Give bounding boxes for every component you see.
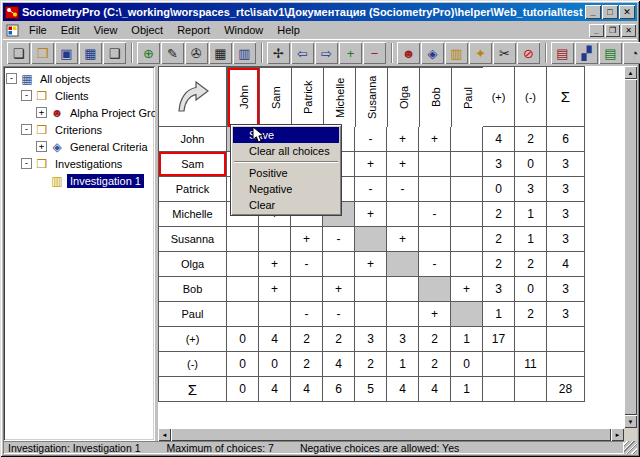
cell-minus-bob[interactable]: 2 bbox=[419, 352, 451, 377]
cell-john-bob[interactable]: + bbox=[419, 127, 451, 152]
horizontal-scrollbar[interactable]: ◄ ► bbox=[158, 428, 624, 441]
toolbar-print-button[interactable]: ❑ bbox=[103, 42, 126, 64]
cell-minus-patrick[interactable]: 2 bbox=[291, 352, 323, 377]
toolbar-cut-button[interactable]: ✂ bbox=[493, 42, 516, 64]
cell-plus-patrick[interactable]: 2 bbox=[291, 327, 323, 352]
cell-michelle-plus[interactable]: 2 bbox=[483, 202, 515, 227]
maximize-button[interactable]: □ bbox=[602, 5, 618, 19]
cell-plus-bob[interactable]: 2 bbox=[419, 327, 451, 352]
cell-sum-susanna[interactable]: 5 bbox=[355, 377, 387, 402]
cell-plus-sum[interactable] bbox=[547, 327, 585, 352]
cell-patrick-paul[interactable] bbox=[451, 177, 483, 202]
context-menu-item-clear[interactable]: Clear bbox=[233, 197, 339, 213]
menubar-item-window[interactable]: Window bbox=[217, 22, 270, 38]
toolbar-edit-object-button[interactable]: ✎ bbox=[161, 42, 184, 64]
context-menu-item-negative[interactable]: Negative bbox=[233, 181, 339, 197]
cell-sum-paul[interactable]: 1 bbox=[451, 377, 483, 402]
cell-paul-sum[interactable]: 3 bbox=[547, 302, 585, 327]
cell-sam-sum[interactable]: 3 bbox=[547, 152, 585, 177]
cell-susanna-minus[interactable]: 1 bbox=[515, 227, 547, 252]
cell-sam-plus[interactable]: 3 bbox=[483, 152, 515, 177]
cell-paul-olga[interactable] bbox=[387, 302, 419, 327]
menubar-item-view[interactable]: View bbox=[87, 22, 125, 38]
tree-item-investigations[interactable]: -❒Investigations bbox=[4, 155, 154, 172]
cell-sam-susanna[interactable]: + bbox=[355, 152, 387, 177]
cell-plus-olga[interactable]: 3 bbox=[387, 327, 419, 352]
collapse-icon[interactable]: - bbox=[21, 124, 32, 135]
cell-paul-bob[interactable]: + bbox=[419, 302, 451, 327]
cell-susanna-olga[interactable]: + bbox=[387, 227, 419, 252]
cell-sam-bob[interactable] bbox=[419, 152, 451, 177]
cell-michelle-olga[interactable] bbox=[387, 202, 419, 227]
cell-susanna-plus[interactable]: 2 bbox=[483, 227, 515, 252]
cell-john-paul[interactable] bbox=[451, 127, 483, 152]
tree-item-clients[interactable]: -❒Clients bbox=[4, 87, 154, 104]
toolbar-back-button[interactable]: ⇦ bbox=[291, 42, 314, 64]
cell-sum-john[interactable]: 0 bbox=[227, 377, 259, 402]
cell-sum-sum[interactable]: 28 bbox=[547, 377, 585, 402]
cell-susanna-paul[interactable] bbox=[451, 227, 483, 252]
cell-patrick-minus[interactable]: 3 bbox=[515, 177, 547, 202]
tree-item-alpha-project-group[interactable]: +☻Alpha Project Group bbox=[4, 104, 154, 121]
toolbar-key-button[interactable]: ✦ bbox=[469, 42, 492, 64]
cell-patrick-susanna[interactable]: - bbox=[355, 177, 387, 202]
toolbar-add-object-button[interactable]: ⊕ bbox=[137, 42, 160, 64]
cell-olga-plus[interactable]: 2 bbox=[483, 252, 515, 277]
scroll-right-button[interactable]: ► bbox=[611, 428, 624, 441]
cell-john-sum[interactable]: 6 bbox=[547, 127, 585, 152]
cell-patrick-olga[interactable]: - bbox=[387, 177, 419, 202]
tree-item-criterions[interactable]: -❒Criterions bbox=[4, 121, 154, 138]
toolbar-open-button[interactable]: ❒ bbox=[31, 42, 54, 64]
toolbar-criteria-view-button[interactable]: ◈ bbox=[421, 42, 444, 64]
cell-minus-john[interactable]: 0 bbox=[227, 352, 259, 377]
cell-sum-michelle[interactable]: 6 bbox=[323, 377, 355, 402]
cell-paul-patrick[interactable]: - bbox=[291, 302, 323, 327]
cell-sam-minus[interactable]: 0 bbox=[515, 152, 547, 177]
scroll-down-button[interactable]: ▼ bbox=[624, 415, 637, 428]
cell-michelle-paul[interactable] bbox=[451, 202, 483, 227]
scroll-up-button[interactable]: ▲ bbox=[624, 66, 637, 79]
cell-minus-paul[interactable]: 0 bbox=[451, 352, 483, 377]
toolbar-save-button[interactable]: ▣ bbox=[55, 42, 78, 64]
context-menu-item-clear-all-choices[interactable]: Clear all choices bbox=[233, 143, 339, 159]
cell-paul-paul[interactable] bbox=[451, 302, 483, 327]
collapse-icon[interactable]: - bbox=[21, 158, 32, 169]
cell-john-plus[interactable]: 4 bbox=[483, 127, 515, 152]
cell-bob-minus[interactable]: 0 bbox=[515, 277, 547, 302]
toolbar-investigations-view-button[interactable]: ▥ bbox=[445, 42, 468, 64]
toolbar-clients-view-button[interactable]: ☻ bbox=[397, 42, 420, 64]
cell-patrick-bob[interactable] bbox=[419, 177, 451, 202]
cell-susanna-sam[interactable] bbox=[259, 227, 291, 252]
cell-susanna-john[interactable] bbox=[227, 227, 259, 252]
cell-susanna-bob[interactable] bbox=[419, 227, 451, 252]
cell-olga-minus[interactable]: 2 bbox=[515, 252, 547, 277]
vertical-scrollbar[interactable]: ▲ ▼ bbox=[624, 66, 637, 428]
cell-paul-minus[interactable]: 2 bbox=[515, 302, 547, 327]
cell-minus-susanna[interactable]: 2 bbox=[355, 352, 387, 377]
cell-sum-bob[interactable]: 4 bbox=[419, 377, 451, 402]
toolbar-forward-button[interactable]: ⇨ bbox=[315, 42, 338, 64]
toolbar-save-all-button[interactable]: ▦ bbox=[79, 42, 102, 64]
scroll-left-button[interactable]: ◄ bbox=[158, 428, 171, 441]
cell-john-minus[interactable]: 2 bbox=[515, 127, 547, 152]
cell-paul-sam[interactable] bbox=[259, 302, 291, 327]
cell-olga-bob[interactable]: - bbox=[419, 252, 451, 277]
toolbar-view-table-button[interactable]: ▦ bbox=[209, 42, 232, 64]
cell-sam-paul[interactable] bbox=[451, 152, 483, 177]
cell-olga-michelle[interactable] bbox=[323, 252, 355, 277]
cell-sum-olga[interactable]: 4 bbox=[387, 377, 419, 402]
expand-icon[interactable]: + bbox=[36, 141, 47, 152]
toolbar-report-doc-button[interactable]: ▤ bbox=[599, 42, 622, 64]
mdi-close-button[interactable]: ✕ bbox=[621, 24, 636, 37]
cell-susanna-susanna[interactable] bbox=[355, 227, 387, 252]
cell-olga-sam[interactable]: + bbox=[259, 252, 291, 277]
cell-olga-sum[interactable]: 4 bbox=[547, 252, 585, 277]
menubar-item-edit[interactable]: Edit bbox=[54, 22, 87, 38]
toolbar-tools-button[interactable]: ✢ bbox=[267, 42, 290, 64]
cell-sum-patrick[interactable]: 4 bbox=[291, 377, 323, 402]
toolbar-report-list-button[interactable]: ▤ bbox=[551, 42, 574, 64]
toolbar-report-chart-button[interactable]: ▞ bbox=[575, 42, 598, 64]
cell-minus-michelle[interactable]: 4 bbox=[323, 352, 355, 377]
cell-bob-patrick[interactable] bbox=[291, 277, 323, 302]
cell-paul-susanna[interactable] bbox=[355, 302, 387, 327]
